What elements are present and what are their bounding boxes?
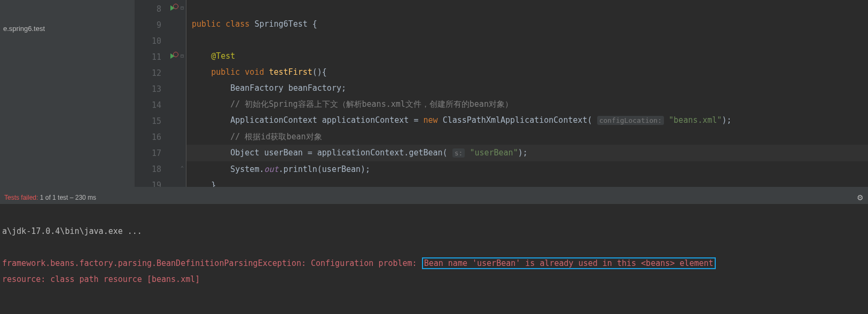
- run-test-icon[interactable]: [170, 53, 175, 59]
- code-token: =: [413, 115, 423, 125]
- console-error-line: framework.beans.factory.parsing.BeanDefi…: [2, 257, 716, 269]
- run-test-icon[interactable]: [170, 5, 175, 11]
- code-token: beanFactory: [288, 83, 341, 93]
- line-number: 10: [136, 33, 161, 49]
- project-sidebar[interactable]: e.spring6.test: [0, 0, 135, 187]
- tests-failed-count: 1 of 1 test – 230 ms: [38, 194, 96, 201]
- code-token: new: [424, 115, 443, 125]
- comment: // 根据id获取bean对象: [230, 132, 322, 142]
- code-token: public class: [192, 19, 254, 29]
- line-number: 15: [136, 113, 161, 129]
- sidebar-item[interactable]: [0, 34, 135, 36]
- string-literal: "userBean": [470, 148, 518, 158]
- line-number: 16: [136, 129, 161, 145]
- code-token: (){: [312, 67, 327, 77]
- line-number: 11: [136, 49, 161, 65]
- console-error-line: resource: class path resource [beans.xml…: [2, 274, 200, 284]
- inline-hint: configLocation:: [597, 116, 664, 125]
- code-token: applicationContext: [322, 115, 414, 125]
- code-token: );: [518, 148, 528, 158]
- gear-icon[interactable]: ⚙: [857, 193, 864, 202]
- code-token: ApplicationContext: [230, 115, 322, 125]
- code-token: Spring6Test: [254, 19, 312, 29]
- code-token: (: [588, 115, 597, 125]
- code-token: userBean: [264, 148, 307, 158]
- code-token: = applicationContext.getBean(: [308, 148, 452, 158]
- run-gutter: [167, 0, 178, 187]
- console-output[interactable]: a\jdk-17.0.4\bin\java.exe ... framework.…: [0, 204, 868, 314]
- code-token: System.: [230, 164, 264, 174]
- code-token: }: [211, 180, 216, 187]
- line-number: 18: [136, 161, 161, 177]
- comment: // 初始化Spring容器上下文（解析beans.xml文件，创建所有的bea…: [230, 99, 513, 109]
- inline-hint: s:: [452, 148, 465, 158]
- code-token: testFirst: [269, 67, 312, 77]
- highlighted-error: Bean name 'userBean' is already used in …: [422, 257, 716, 269]
- code-token: out: [264, 164, 278, 174]
- fold-close-icon[interactable]: ⌃: [178, 160, 186, 176]
- caret-line: Object userBean = applicationContext.get…: [186, 145, 868, 161]
- code-token: ;: [341, 83, 346, 93]
- code-token: ClassPathXmlApplicationContext: [443, 115, 588, 125]
- line-number: 17: [136, 145, 161, 161]
- line-number: 14: [136, 97, 161, 113]
- sidebar-item[interactable]: e.spring6.test: [0, 23, 135, 34]
- fold-gutter: ⊟ ⊟ ⌃: [178, 0, 186, 187]
- fold-open-icon[interactable]: ⊟: [178, 0, 186, 16]
- console-command: a\jdk-17.0.4\bin\java.exe ...: [2, 226, 142, 236]
- line-number: 8: [136, 1, 161, 17]
- code-token: );: [722, 115, 731, 125]
- code-token: Object: [230, 148, 264, 158]
- code-token: BeanFactory: [230, 83, 288, 93]
- line-number-gutter[interactable]: 8 9 10 11 12 13 14 15 16 17 18 19: [135, 0, 167, 187]
- fold-open-icon[interactable]: ⊟: [178, 48, 186, 64]
- line-number: 13: [136, 81, 161, 97]
- string-literal: "beans.xml": [669, 115, 722, 125]
- line-number: 9: [136, 17, 161, 33]
- annotation: @Test: [211, 51, 235, 61]
- line-number: 12: [136, 65, 161, 81]
- test-status-bar: Tests failed: 1 of 1 test – 230 ms ⚙: [0, 191, 868, 204]
- code-token: {: [312, 19, 317, 29]
- code-editor[interactable]: public class Spring6Test { @Test public …: [186, 0, 868, 187]
- panel-divider[interactable]: [0, 187, 868, 191]
- code-token: public void: [211, 67, 269, 77]
- tests-failed-label: Tests failed:: [4, 194, 38, 201]
- code-token: .println(userBean);: [279, 164, 371, 174]
